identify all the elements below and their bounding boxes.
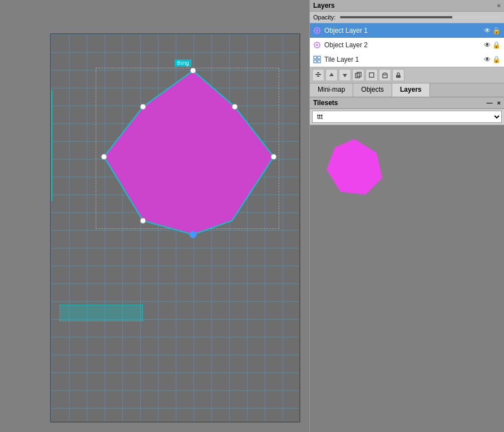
paste-layer-button[interactable]: [379, 69, 391, 81]
duplicate-layer-button[interactable]: [352, 69, 364, 81]
svg-rect-15: [369, 73, 374, 77]
layers-toolbar: [310, 67, 504, 83]
tab-layers[interactable]: Layers: [392, 83, 430, 97]
opacity-row: Opacity:: [310, 12, 504, 23]
main-polygon: [104, 71, 274, 235]
map-canvas[interactable]: thing: [50, 33, 300, 423]
tilesets-minimize-button[interactable]: —: [487, 100, 493, 106]
object-layer-icon: [313, 27, 321, 34]
layer-item-object-layer-1[interactable]: Object Layer 1 👁 🔒: [310, 23, 504, 38]
layers-close-button[interactable]: ×: [497, 2, 501, 9]
right-panel: Layers × Opacity: Object Layer 1 👁 🔒: [309, 0, 504, 432]
canvas-area[interactable]: thing: [0, 0, 309, 432]
svg-rect-10: [317, 76, 319, 77]
layers-section: Layers × Opacity: Object Layer 1 👁 🔒: [310, 0, 504, 97]
move-layer-down-button[interactable]: [339, 69, 351, 81]
cyan-vertical-line: [51, 90, 52, 201]
tab-mini-map[interactable]: Mini-map: [310, 83, 353, 97]
copy-layer-button[interactable]: [365, 69, 378, 81]
svg-rect-17: [384, 73, 386, 75]
svg-rect-6: [314, 60, 317, 63]
tileset-selector: ttt: [310, 109, 504, 125]
lock-icon-layer-3[interactable]: 🔒: [492, 56, 501, 63]
tilesets-section: Tilesets — × ttt: [310, 97, 504, 432]
tilesets-header: Tilesets — ×: [310, 97, 504, 109]
main-polygon-svg: [96, 62, 285, 229]
handle-left[interactable]: [101, 154, 107, 160]
handle-top-right[interactable]: [232, 104, 238, 110]
teal-rect-object[interactable]: [60, 305, 143, 321]
svg-marker-11: [329, 73, 334, 76]
tabs-row: Mini-map Objects Layers: [310, 83, 504, 97]
handle-right[interactable]: [271, 154, 276, 160]
svg-marker-12: [343, 74, 347, 77]
move-layer-up-button[interactable]: [325, 69, 338, 81]
thing-label: thing: [175, 59, 191, 67]
svg-rect-7: [318, 60, 320, 63]
layer-name-object-layer-1: Object Layer 1: [324, 27, 481, 34]
layer-name-object-layer-2: Object Layer 2: [324, 41, 481, 49]
tilesets-title: Tilesets: [313, 99, 338, 107]
layer-2-actions: 👁 🔒: [484, 41, 501, 49]
handle-top[interactable]: [190, 68, 196, 73]
eye-icon-layer-3[interactable]: 👁: [484, 56, 491, 63]
tile-layer-icon: [313, 56, 321, 63]
opacity-slider[interactable]: [340, 16, 501, 18]
svg-rect-5: [318, 56, 320, 59]
layer-1-actions: 👁 🔒: [484, 27, 501, 34]
svg-point-1: [316, 29, 318, 32]
layer-list: Object Layer 1 👁 🔒 Object Layer 2 👁 🔒: [310, 23, 504, 67]
svg-rect-9: [317, 72, 319, 73]
layers-header: Layers ×: [310, 0, 504, 12]
svg-point-3: [316, 44, 318, 46]
tilesets-header-actions: — ×: [487, 100, 501, 106]
object-layer-2-icon: [313, 41, 321, 49]
lock-icon-layer-2[interactable]: 🔒: [492, 41, 501, 49]
svg-rect-4: [314, 56, 317, 59]
handle-bottom-left[interactable]: [140, 218, 146, 224]
lock-layer-button[interactable]: [392, 69, 404, 81]
eye-icon-layer-2[interactable]: 👁: [484, 41, 491, 49]
polygon-container[interactable]: thing: [96, 62, 285, 229]
svg-rect-18: [396, 75, 401, 78]
layers-title: Layers: [313, 2, 335, 9]
layer-3-actions: 👁 🔒: [484, 56, 501, 63]
tileset-select-dropdown[interactable]: ttt: [312, 111, 502, 123]
layer-item-tile-layer-1[interactable]: Tile Layer 1 👁 🔒: [310, 52, 504, 67]
handle-top-left[interactable]: [140, 104, 146, 110]
tab-objects[interactable]: Objects: [353, 83, 392, 97]
eye-icon-layer-1[interactable]: 👁: [484, 27, 491, 34]
tileset-polygon-svg: [321, 136, 388, 203]
layer-item-object-layer-2[interactable]: Object Layer 2 👁 🔒: [310, 38, 504, 52]
mini-polygon: [327, 139, 382, 195]
tilesets-close-button[interactable]: ×: [497, 100, 501, 106]
opacity-label: Opacity:: [313, 14, 335, 21]
handle-bottom[interactable]: [190, 231, 196, 238]
tileset-canvas[interactable]: [310, 125, 504, 432]
lock-icon-layer-1[interactable]: 🔒: [492, 27, 501, 34]
layer-name-tile-layer-1: Tile Layer 1: [324, 56, 481, 63]
add-layer-button[interactable]: [312, 69, 324, 81]
svg-rect-8: [315, 74, 321, 75]
